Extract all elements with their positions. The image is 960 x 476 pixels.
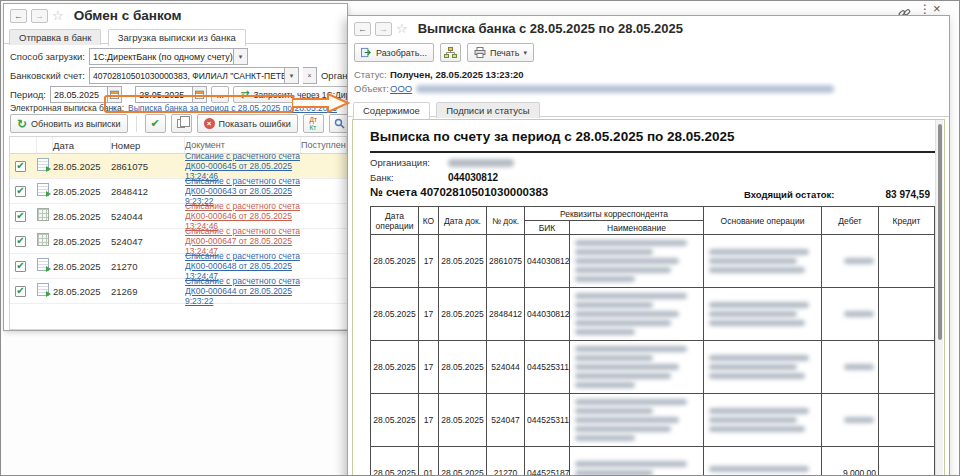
header-date[interactable]: Дата [53,137,111,153]
cell-credit [879,235,935,288]
cell-doc-no: 524047 [487,394,525,447]
show-errors-button[interactable]: × Показать ошибки [197,114,298,133]
cell-bik: 044525187 [525,447,570,476]
check-flag-icon: ✔ [150,118,159,129]
documents-list: Дата Номер Документ Поступление 28.05.20… [9,136,347,330]
redacted-text [575,249,653,255]
cell-operation-basis [704,394,822,447]
header-receipt[interactable]: Поступление [301,137,347,153]
redacted-text [709,311,797,317]
search-button[interactable] [329,114,348,133]
row-checkbox[interactable] [15,211,26,222]
col-doc-date: Дата док. [439,207,487,235]
row-checkbox[interactable] [15,236,26,247]
list-item[interactable]: 28.05.2025 21269 Списание с расчетного с… [10,279,347,304]
close-icon[interactable]: × [933,1,941,16]
redacted-text [575,346,687,352]
tab-load-statement[interactable]: Загрузка выписки из банка [108,29,246,46]
cell-bik: 044525311 [525,341,570,394]
cell-debit [822,288,879,341]
structure-button[interactable] [440,43,461,62]
refresh-from-statement-button[interactable]: ↻ Обновить из выписки [10,114,128,133]
redacted-text [575,408,653,414]
cell-correspondent-name: 40702810000100000478 [570,447,704,476]
statement-row: 28.05.2025 17 28.05.2025 524047 04452531… [371,394,935,447]
row-document-link[interactable]: Списание с расчетного счетаДК00-000644 о… [185,276,301,306]
favorite-star-icon[interactable]: ☆ [396,22,408,35]
header-number[interactable]: Номер [111,137,185,153]
scrollbar-thumb[interactable] [938,124,942,340]
tab-send-to-bank[interactable]: Отправка в банк [9,29,101,45]
clear-flags-button[interactable] [171,114,192,133]
row-checkbox[interactable] [15,286,26,297]
title-rule [370,151,936,153]
row-date: 28.05.2025 [53,161,111,172]
cell-credit [879,394,935,447]
print-button[interactable]: Печать ▾ [467,43,534,62]
clear-icon[interactable]: × [303,67,317,84]
row-checkbox[interactable] [15,161,26,172]
list-body: 28.05.2025 2861075 Списание с расчетного… [10,154,347,304]
row-number: 524044 [111,211,185,222]
col-credit: Кредит [879,207,935,235]
cell-correspondent-name [570,288,704,341]
tab-content[interactable]: Содержимое [353,102,430,119]
organization-label: Организация: [370,157,444,168]
cell-bik: 044030812 [525,235,570,288]
set-flags-button[interactable]: ✔ [145,114,166,133]
row-checkbox[interactable] [15,261,26,272]
object-label: Объект: [354,83,386,94]
cell-op-date: 28.05.2025 [371,288,419,341]
cell-doc-no: 2861075 [487,235,525,288]
bank-line: Банк: 044030812 [370,172,498,183]
row-number: 21269 [111,286,185,297]
more-icon[interactable]: ⋮ [919,2,931,16]
document-type-icon [37,158,49,171]
cell-ko: 17 [419,341,439,394]
favorite-star-icon[interactable]: ☆ [52,9,64,22]
redacted-text [575,435,635,441]
cell-correspondent-name [570,394,704,447]
back-arrow-button[interactable]: ← [10,9,27,23]
posting-dtkt-button[interactable]: ДтКт [303,114,324,133]
vertical-scrollbar[interactable] [935,120,943,476]
redacted-text [709,364,797,370]
back-arrow-button[interactable]: ← [354,22,371,36]
cell-bik: 044525311 [525,394,570,447]
cell-debit: 9 000,00 [822,447,879,476]
parse-button[interactable]: Разобрать... [354,43,434,62]
forward-arrow-button[interactable]: → [31,9,48,23]
redacted-text [575,329,635,335]
redacted-text [709,408,809,414]
redacted-text [575,240,687,246]
cell-ko: 17 [419,288,439,341]
chevron-down-icon[interactable]: ▾ [234,48,248,65]
object-link[interactable]: ООО [390,83,412,94]
tab-signatures[interactable]: Подписи и статусы [436,102,539,118]
document-type-icon [37,183,49,196]
redacted-object-name [416,85,834,93]
row-date: 28.05.2025 [53,186,111,197]
organization-line: Организация: [370,157,514,168]
cell-ko: 17 [419,235,439,288]
statement-document-view: Выписка по счету за период с 28.05.2025 … [352,119,945,476]
chevron-down-icon[interactable]: ▾ [285,67,299,84]
forward-arrow-button[interactable]: → [375,22,392,36]
load-method-select[interactable]: 1С:ДиректБанк (по одному счету) [89,48,234,65]
cell-bik: 044030812 [525,288,570,341]
window-titlebar: ← → ☆ Обмен с банком [10,8,182,23]
row-checkbox[interactable] [15,186,26,197]
col-doc-no: № док. [487,207,525,235]
toolbar-separator [136,116,137,132]
cell-doc-date: 28.05.2025 [439,447,487,476]
col-correspondent: Реквизиты корреспондента [525,207,704,221]
redacted-text [709,355,809,361]
period-from-input[interactable]: 28.05.2025 [50,86,108,103]
cell-op-date: 28.05.2025 [371,447,419,476]
bank-account-input[interactable]: 40702810501030000383, ФИЛИАЛ "САНКТ-ПЕТЕ… [89,67,285,84]
debit-credit-icon: ДтКт [310,116,317,130]
redacted-text [575,258,679,264]
cell-op-date: 28.05.2025 [371,394,419,447]
cell-ko: 17 [419,394,439,447]
row-date: 28.05.2025 [53,236,111,247]
